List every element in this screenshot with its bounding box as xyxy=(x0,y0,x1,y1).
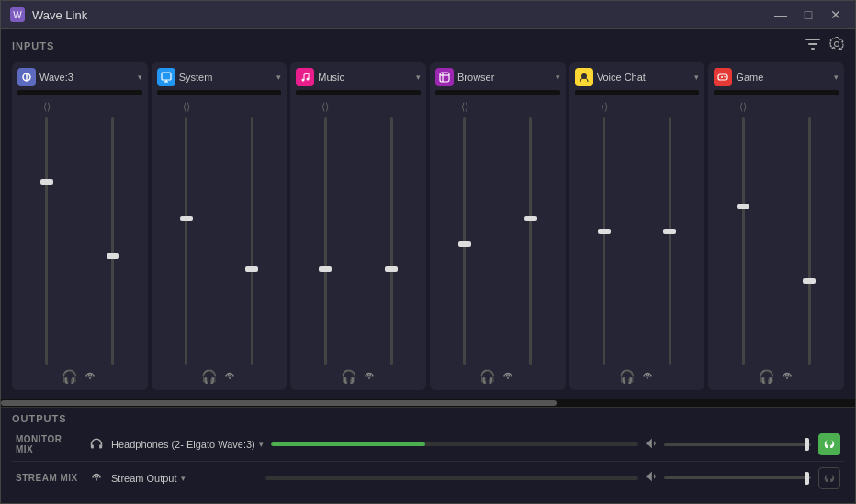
svg-point-22 xyxy=(725,76,726,77)
wave3-faders: ⟨⟩ ⟨⟩ xyxy=(17,101,142,365)
channel-browser: Browser ▾ ⟨⟩ xyxy=(430,62,566,390)
stream-device-select[interactable]: Stream Output ▾ xyxy=(111,473,258,484)
game-footer: 🎧 xyxy=(714,369,839,385)
system-broadcast-icon[interactable] xyxy=(222,369,237,385)
browser-fader1-track: ⟨⟩ xyxy=(435,101,494,365)
minimize-button[interactable]: — xyxy=(771,6,791,23)
browser-fader2-track: ⟨⟩ xyxy=(501,101,560,365)
monitor-ear-button[interactable] xyxy=(818,433,840,455)
stream-ear-button[interactable] xyxy=(818,467,840,489)
svg-rect-18 xyxy=(647,377,648,379)
system-dropdown[interactable]: ▾ xyxy=(276,73,281,82)
filters-button[interactable] xyxy=(805,37,820,55)
channel-system-header: System ▾ xyxy=(157,68,282,86)
svg-rect-13 xyxy=(440,73,449,82)
svg-rect-0 xyxy=(805,39,820,40)
monitor-volume-icon xyxy=(644,437,659,453)
channel-system: System ▾ ⟨⟩ xyxy=(152,62,287,390)
game-fader2[interactable] xyxy=(803,117,816,365)
game-broadcast-icon[interactable] xyxy=(780,369,794,385)
browser-name: Browser xyxy=(457,72,552,83)
system-icon xyxy=(157,68,175,86)
svg-rect-1 xyxy=(808,43,817,45)
system-headphone-icon[interactable]: 🎧 xyxy=(201,369,217,385)
browser-footer: 🎧 xyxy=(435,369,560,385)
voicechat-dropdown[interactable]: ▾ xyxy=(694,73,699,82)
monitor-device-select[interactable]: Headphones (2- Elgato Wave:3) ▾ xyxy=(111,439,264,450)
stream-volume-slider[interactable] xyxy=(664,476,811,479)
music-broadcast-icon[interactable] xyxy=(362,369,377,385)
stream-volume-bar[interactable] xyxy=(265,476,638,480)
system-fader1[interactable] xyxy=(180,117,193,365)
game-link-icon: ⟨⟩ xyxy=(739,101,747,113)
music-fader2[interactable] xyxy=(385,117,398,365)
monitor-vol-handle[interactable] xyxy=(805,438,809,451)
game-name: Game xyxy=(736,72,830,83)
settings-button[interactable] xyxy=(829,37,844,55)
outputs-section: OUTPUTS MONITOR MIX Headphones (2- Elgat… xyxy=(1,407,855,503)
music-faders: ⟨⟩ ⟨⟩ xyxy=(296,101,421,365)
stream-vol-rail xyxy=(664,476,811,479)
monitor-headphone-icon xyxy=(89,437,104,453)
browser-dropdown[interactable]: ▾ xyxy=(556,73,560,82)
scroll-thumb[interactable] xyxy=(1,400,557,406)
music-dropdown[interactable]: ▾ xyxy=(416,73,421,82)
game-fader1-track: ⟨⟩ xyxy=(714,101,772,365)
stream-mix-row: STREAM MIX Stream Output ▾ xyxy=(12,461,844,494)
voicechat-fader1-track: ⟨⟩ xyxy=(575,101,634,365)
wave3-name: Wave:3 xyxy=(39,72,134,83)
game-vu xyxy=(714,90,839,95)
system-fader2[interactable] xyxy=(245,117,258,365)
voicechat-headphone-icon[interactable]: 🎧 xyxy=(619,369,635,385)
wave3-fader2[interactable] xyxy=(107,117,119,365)
wave3-dropdown[interactable]: ▾ xyxy=(138,73,142,82)
music-fader1[interactable] xyxy=(319,117,332,365)
music-icon xyxy=(296,68,314,86)
voicechat-fader2-track: ⟨⟩ xyxy=(641,101,700,365)
wave3-headphone-icon[interactable]: 🎧 xyxy=(62,369,77,385)
svg-point-10 xyxy=(302,79,305,82)
monitor-mix-row: MONITOR MIX Headphones (2- Elgato Wave:3… xyxy=(12,428,844,461)
voicechat-fader1[interactable] xyxy=(598,117,611,365)
monitor-vol-rail xyxy=(664,443,811,446)
game-dropdown[interactable]: ▾ xyxy=(834,73,839,82)
svg-rect-6 xyxy=(162,73,171,80)
close-button[interactable]: ✕ xyxy=(826,6,846,23)
window-controls: — □ ✕ xyxy=(771,6,846,23)
system-fader2-track: ⟨⟩ xyxy=(223,101,282,365)
monitor-device-arrow: ▾ xyxy=(259,440,264,449)
system-footer: 🎧 xyxy=(157,369,282,385)
voicechat-fader2[interactable] xyxy=(663,117,676,365)
browser-headphone-icon[interactable]: 🎧 xyxy=(479,369,495,385)
music-headphone-icon[interactable]: 🎧 xyxy=(341,369,356,385)
main-window: W Wave Link — □ ✕ INPUTS xyxy=(0,0,856,504)
browser-fader1[interactable] xyxy=(458,117,471,365)
browser-icon xyxy=(435,68,454,86)
browser-broadcast-icon[interactable] xyxy=(501,369,515,385)
game-faders: ⟨⟩ ⟨⟩ xyxy=(714,101,839,365)
game-icon xyxy=(714,68,732,86)
monitor-mix-label: MONITOR MIX xyxy=(16,434,82,454)
game-fader2-track: ⟨⟩ xyxy=(780,101,839,365)
stream-broadcast-icon xyxy=(89,470,104,486)
stream-vol-handle[interactable] xyxy=(805,472,809,485)
wave3-broadcast-icon[interactable] xyxy=(83,369,97,385)
voicechat-broadcast-icon[interactable] xyxy=(640,369,655,385)
svg-rect-9 xyxy=(229,377,231,379)
scroll-area[interactable] xyxy=(1,399,855,407)
system-vu xyxy=(157,90,282,95)
monitor-volume-bar[interactable] xyxy=(271,442,638,446)
browser-fader2[interactable] xyxy=(524,117,537,365)
maximize-button[interactable]: □ xyxy=(798,6,818,23)
monitor-device-name: Headphones (2- Elgato Wave:3) xyxy=(111,439,255,450)
game-headphone-icon[interactable]: 🎧 xyxy=(759,369,774,385)
app-title: Wave Link xyxy=(32,8,771,22)
monitor-volume-slider[interactable] xyxy=(664,443,811,446)
inputs-header: INPUTS xyxy=(12,37,844,55)
game-fader1[interactable] xyxy=(737,117,749,365)
wave3-icon xyxy=(17,68,36,86)
channel-voicechat-header: Voice Chat ▾ xyxy=(575,68,700,86)
voicechat-vu xyxy=(575,90,700,95)
wave3-fader1[interactable] xyxy=(40,117,53,365)
system-fader1-track: ⟨⟩ xyxy=(157,101,216,365)
